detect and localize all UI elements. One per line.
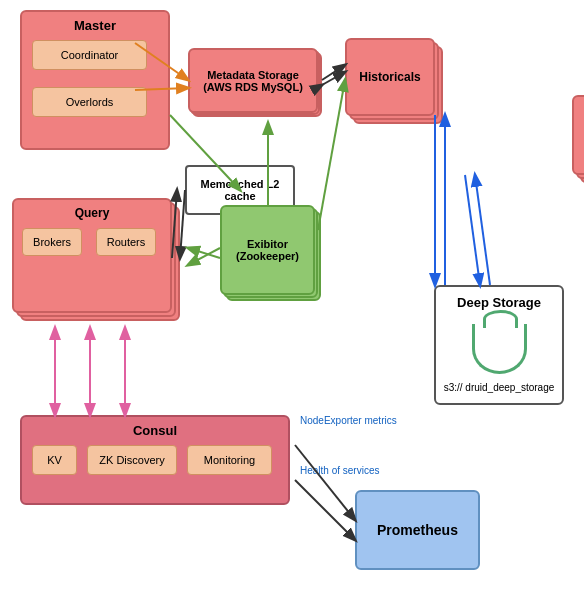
routers-box: Routers <box>96 228 156 256</box>
master-title: Master <box>22 18 168 33</box>
metadata-label: Metadata Storage(AWS RDS MySQL) <box>203 69 303 93</box>
prometheus-box: Prometheus <box>355 490 480 570</box>
overlords-box: Overlords <box>32 87 147 117</box>
bucket-handle <box>483 310 518 328</box>
deep-storage-sublabel: s3:// druid_deep_storage <box>444 382 555 393</box>
exibitor-box: Exibitor (Zookeeper) <box>220 205 315 295</box>
deep-storage-box: Deep Storage s3:// druid_deep_storage <box>434 285 564 405</box>
query-title: Query <box>14 206 170 220</box>
bucket-icon <box>472 324 527 374</box>
deep-storage-title: Deep Storage <box>457 295 541 310</box>
node-exporter-label: NodeExporter metrics <box>300 415 397 426</box>
brokers-box: Brokers <box>22 228 82 256</box>
zk-discovery-box: ZK Discovery <box>87 445 177 475</box>
kv-box: KV <box>32 445 77 475</box>
historicals-box: Historicals <box>345 38 435 116</box>
monitoring-box: Monitoring <box>187 445 272 475</box>
consul-title: Consul <box>22 423 288 438</box>
prometheus-label: Prometheus <box>377 522 458 538</box>
metadata-box: Metadata Storage(AWS RDS MySQL) <box>188 48 318 113</box>
health-label: Health of services <box>300 465 379 476</box>
coordinator-box: Coordinator <box>32 40 147 70</box>
master-box: Master Coordinator Overlords <box>20 10 170 150</box>
consul-box: Consul KV ZK Discovery Monitoring <box>20 415 290 505</box>
query-box: Query Brokers Routers <box>12 198 172 313</box>
architecture-diagram: Master Coordinator Overlords Metadata St… <box>0 0 584 600</box>
middle-managers-box: Middle Managers <box>572 95 584 175</box>
